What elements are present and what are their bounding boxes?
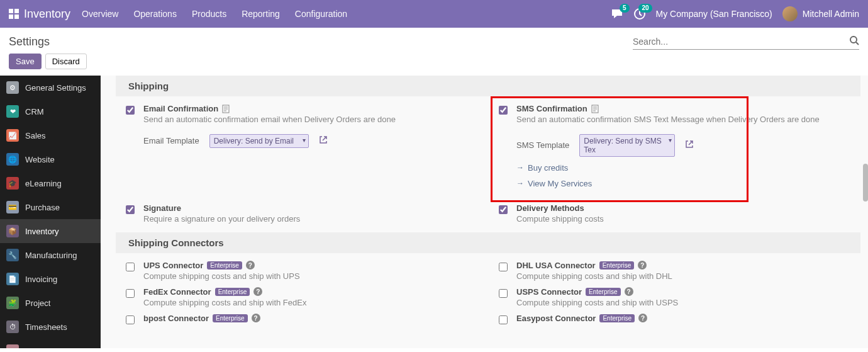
enterprise-badge: Enterprise	[599, 261, 635, 270]
sidebar-item-label: Timesheets	[25, 322, 67, 332]
subheader: Settings	[0, 28, 868, 54]
setting-signature: Signature Require a signature on your de…	[116, 203, 489, 225]
sidebar-item-sales[interactable]: 📈Sales	[0, 123, 101, 147]
checkbox-email-confirmation[interactable]	[126, 106, 135, 115]
help-icon[interactable]: ?	[253, 287, 262, 296]
external-link-icon[interactable]	[319, 135, 328, 146]
checkbox-delivery-methods[interactable]	[499, 205, 508, 214]
sidebar-icon: ❤	[6, 105, 19, 118]
help-icon[interactable]: ?	[246, 261, 255, 270]
user-name: Mitchell Admin	[803, 9, 859, 19]
settings-content[interactable]: Shipping Email Confirmation Send an auto…	[101, 76, 868, 348]
doc-icon[interactable]	[222, 105, 230, 113]
sidebar-item-manufacturing[interactable]: 🔧Manufacturing	[0, 243, 101, 267]
setting-desc: Compute shipping costs and ship with DHL	[516, 271, 852, 282]
enterprise-badge: Enterprise	[215, 288, 250, 296]
sidebar-item-crm[interactable]: ❤CRM	[0, 99, 101, 123]
sidebar-item-email-marketing[interactable]: ✉Email Marketing	[0, 339, 101, 348]
email-template-label: Email Template	[143, 136, 199, 145]
sidebar-item-label: eLearning	[25, 179, 62, 188]
doc-icon[interactable]	[591, 105, 599, 113]
save-button[interactable]: Save	[9, 54, 42, 69]
sidebar-icon: 📈	[6, 129, 19, 142]
sms-template-select[interactable]: Delivery: Send by SMS Tex	[579, 134, 675, 157]
sidebar-item-project[interactable]: 🧩Project	[0, 291, 101, 315]
sidebar-icon: 🌐	[6, 153, 19, 166]
arrow-right-icon: →	[516, 163, 524, 172]
search-icon[interactable]	[849, 35, 859, 48]
sidebar-icon: 📄	[6, 273, 19, 285]
chat-icon[interactable]: 5	[611, 8, 623, 20]
sidebar-item-elearning[interactable]: 🎓eLearning	[0, 171, 101, 195]
help-icon[interactable]: ?	[638, 261, 647, 270]
setting-email-confirmation: Email Confirmation Send an automatic con…	[116, 104, 489, 188]
checkbox-ups[interactable]	[126, 263, 135, 271]
checkbox-sms-confirmation[interactable]	[499, 106, 508, 115]
sidebar-item-label: Project	[25, 298, 50, 308]
setting-dhl-connector: DHL USA Connector Enterprise ? Compute s…	[489, 261, 862, 282]
checkbox-signature[interactable]	[126, 205, 135, 214]
actions-row: Save Discard	[0, 54, 868, 76]
setting-title-label: UPS Connector	[143, 261, 203, 270]
checkbox-easypost[interactable]	[499, 315, 508, 324]
setting-title-label: bpost Connector	[143, 314, 209, 323]
chat-badge: 5	[620, 4, 630, 13]
help-icon[interactable]: ?	[638, 314, 647, 322]
setting-fedex-connector: FedEx Connector Enterprise ? Compute shi…	[116, 287, 489, 309]
menu-operations[interactable]: Operations	[133, 9, 176, 19]
menu-overview[interactable]: Overview	[82, 9, 118, 19]
setting-desc: Compute shipping costs and ship with Fed…	[143, 298, 479, 309]
setting-easypost-connector: Easypost Connector Enterprise ?	[489, 314, 862, 324]
checkbox-usps[interactable]	[499, 289, 508, 298]
setting-desc: Send an automatic confirmation email whe…	[143, 115, 479, 125]
sidebar-item-label: Sales	[25, 131, 46, 140]
sidebar-icon: 🎓	[6, 177, 19, 190]
setting-title-label: Delivery Methods	[516, 203, 584, 213]
sidebar-item-label: General Settings	[25, 83, 86, 93]
sidebar-item-website[interactable]: 🌐Website	[0, 147, 101, 171]
top-navbar: Inventory Overview Operations Products R…	[0, 0, 868, 28]
svg-rect-0	[9, 9, 13, 13]
sidebar-item-label: Purchase	[25, 203, 60, 212]
setting-desc: Compute shipping costs and ship with UPS	[143, 271, 479, 282]
section-header-shipping: Shipping	[116, 76, 860, 96]
sidebar-item-timesheets[interactable]: ⏱Timesheets	[0, 315, 101, 339]
activity-icon[interactable]: 20	[633, 8, 646, 20]
scrollbar[interactable]	[862, 76, 868, 348]
checkbox-bpost[interactable]	[126, 315, 135, 324]
email-template-select[interactable]: Delivery: Send by Email	[209, 134, 309, 148]
help-icon[interactable]: ?	[625, 287, 633, 296]
setting-title-label: Signature	[143, 203, 181, 213]
app-brand[interactable]: Inventory	[24, 8, 70, 21]
activity-badge: 20	[638, 4, 652, 13]
sidebar-icon: 🔧	[6, 249, 19, 261]
menu-reporting[interactable]: Reporting	[242, 9, 280, 19]
apps-icon[interactable]	[9, 9, 19, 19]
sidebar-item-purchase[interactable]: 💳Purchase	[0, 195, 101, 219]
sidebar-item-inventory[interactable]: 📦Inventory	[0, 219, 101, 243]
sidebar-item-invoicing[interactable]: 📄Invoicing	[0, 267, 101, 291]
discard-button[interactable]: Discard	[45, 54, 87, 69]
setting-delivery-methods: Delivery Methods Compute shipping costs	[489, 203, 862, 225]
sidebar-item-label: Website	[25, 155, 55, 164]
buy-credits-link[interactable]: → Buy credits	[516, 163, 852, 173]
menu-products[interactable]: Products	[192, 9, 226, 19]
checkbox-fedex[interactable]	[126, 289, 135, 298]
main-menu: Overview Operations Products Reporting C…	[82, 9, 347, 19]
sms-template-label: SMS Template	[516, 140, 569, 150]
search-wrap	[633, 34, 859, 50]
user-menu[interactable]: Mitchell Admin	[782, 6, 859, 21]
external-link-icon[interactable]	[685, 140, 694, 150]
company-switcher[interactable]: My Company (San Francisco)	[656, 9, 772, 19]
sidebar-icon: 🧩	[6, 297, 19, 309]
view-services-link[interactable]: → View My Services	[516, 179, 852, 188]
scrollbar-thumb[interactable]	[863, 164, 868, 202]
enterprise-badge: Enterprise	[207, 261, 242, 270]
enterprise-badge: Enterprise	[213, 314, 248, 322]
checkbox-dhl[interactable]	[499, 263, 508, 271]
sidebar-item-general-settings[interactable]: ⚙General Settings	[0, 76, 101, 99]
menu-configuration[interactable]: Configuration	[295, 9, 347, 19]
svg-rect-3	[14, 14, 19, 19]
search-input[interactable]	[633, 34, 859, 50]
help-icon[interactable]: ?	[252, 314, 260, 322]
